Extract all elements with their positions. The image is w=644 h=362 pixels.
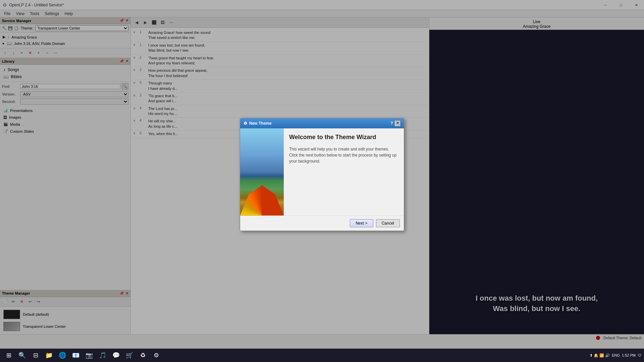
new-theme-dialog: ♻ New Theme ? ✕ Welcome to the Theme Wiz… bbox=[240, 118, 404, 231]
dialog-title: New Theme bbox=[249, 121, 272, 126]
dialog-content: Welcome to the Theme Wizard This wizard … bbox=[284, 128, 404, 216]
systray-icons: ⬆ 🔔 📶 🔊 bbox=[590, 353, 610, 358]
dialog-help-button[interactable]: ? bbox=[390, 121, 393, 126]
task-openlp[interactable]: ♻ bbox=[137, 349, 149, 361]
systray: ⬆ 🔔 📶 🔊 ENG 1:52 PM 🗨 bbox=[590, 353, 641, 358]
dialog-titlebar: ♻ New Theme ? ✕ bbox=[240, 118, 404, 128]
task-view[interactable]: ⊟ bbox=[30, 349, 42, 361]
task-store[interactable]: 🛒 bbox=[123, 349, 136, 361]
task-whatsapp[interactable]: 💬 bbox=[110, 349, 122, 361]
systray-lang: ENG bbox=[612, 353, 620, 357]
task-settings[interactable]: ⚙ bbox=[150, 349, 162, 361]
systray-notification[interactable]: 🗨 bbox=[638, 353, 641, 357]
dialog-header-controls: ? ✕ bbox=[390, 120, 400, 126]
task-search[interactable]: 🔍 bbox=[16, 349, 28, 361]
start-button[interactable]: ⊞ bbox=[3, 349, 15, 361]
task-explorer[interactable]: 📁 bbox=[43, 349, 55, 361]
systray-time: 1:52 PM bbox=[622, 353, 636, 357]
task-app1[interactable]: 📧 bbox=[70, 349, 82, 361]
dialog-icon: ♻ bbox=[244, 121, 247, 126]
task-edge[interactable]: 🌐 bbox=[56, 349, 68, 361]
task-app3[interactable]: 🎵 bbox=[97, 349, 109, 361]
dialog-heading: Welcome to the Theme Wizard bbox=[289, 134, 398, 141]
task-app2[interactable]: 📷 bbox=[83, 349, 95, 361]
dialog-title-left: ♻ New Theme bbox=[244, 121, 272, 126]
dialog-image bbox=[240, 128, 284, 216]
dialog-body: Welcome to the Theme Wizard This wizard … bbox=[240, 128, 404, 216]
next-button[interactable]: Next > bbox=[350, 219, 373, 227]
dialog-footer: Next > Cancel bbox=[240, 216, 404, 231]
cancel-button[interactable]: Cancel bbox=[376, 219, 400, 227]
dialog-close-button[interactable]: ✕ bbox=[394, 120, 400, 126]
dialog-description: This wizard will help you to create and … bbox=[289, 146, 398, 164]
dialog-overlay: ♻ New Theme ? ✕ Welcome to the Theme Wiz… bbox=[0, 0, 644, 349]
taskbar: ⊞ 🔍 ⊟ 📁 🌐 📧 📷 🎵 💬 🛒 ♻ ⚙ ⬆ 🔔 📶 🔊 ENG 1:52… bbox=[0, 349, 644, 362]
